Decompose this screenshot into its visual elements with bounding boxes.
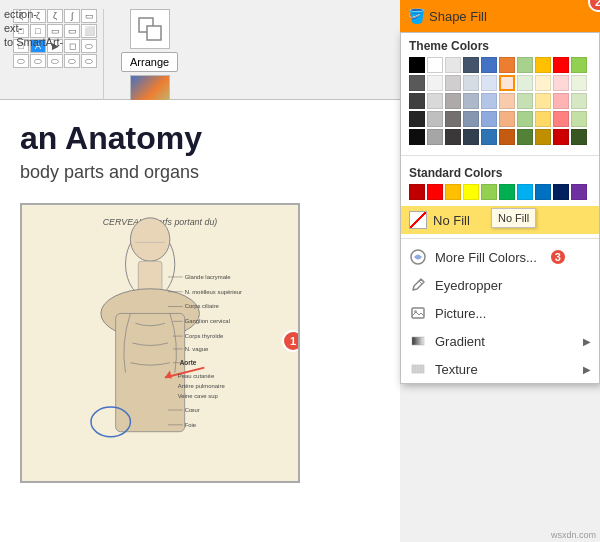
cs[interactable] — [571, 75, 587, 91]
cs[interactable] — [409, 75, 425, 91]
right-panel: 🪣 Shape Fill 2 Theme Colors — [400, 0, 600, 542]
cs[interactable] — [463, 129, 479, 145]
svg-text:Veine cave sup: Veine cave sup — [178, 393, 219, 399]
color-swatch-gold[interactable] — [535, 57, 551, 73]
cs[interactable] — [535, 75, 551, 91]
cs[interactable] — [535, 111, 551, 127]
color-swatch-green[interactable] — [517, 57, 533, 73]
gradient-item[interactable]: Gradient ▶ — [401, 327, 599, 355]
cs[interactable] — [571, 129, 587, 145]
cs[interactable] — [517, 75, 533, 91]
cs[interactable] — [553, 129, 569, 145]
svg-line-35 — [419, 281, 422, 284]
eyedropper-item[interactable]: Eyedropper — [401, 271, 599, 299]
svg-text:Ganglion cervical: Ganglion cervical — [185, 318, 230, 324]
cs-selected[interactable] — [499, 75, 515, 91]
color-swatch-lime[interactable] — [571, 57, 587, 73]
color-swatch-red[interactable] — [553, 57, 569, 73]
cs[interactable] — [481, 75, 497, 91]
std-color[interactable] — [517, 184, 533, 200]
std-color[interactable] — [445, 184, 461, 200]
svg-point-5 — [130, 218, 169, 261]
color-swatch-navy[interactable] — [463, 57, 479, 73]
shape-icon[interactable]: ⬭ — [13, 54, 29, 68]
cs[interactable] — [445, 129, 461, 145]
section-label-1: ection- — [4, 8, 63, 20]
cs[interactable] — [535, 129, 551, 145]
cs[interactable] — [517, 129, 533, 145]
cs[interactable] — [553, 93, 569, 109]
shape-icon[interactable]: ⬭ — [81, 39, 97, 53]
cs[interactable] — [427, 129, 443, 145]
shape-icon[interactable]: ⬭ — [81, 54, 97, 68]
shape-fill-header[interactable]: 🪣 Shape Fill 2 — [400, 0, 600, 32]
cs[interactable] — [535, 93, 551, 109]
cs[interactable] — [445, 75, 461, 91]
picture-icon — [409, 304, 427, 322]
std-color[interactable] — [481, 184, 497, 200]
std-color[interactable] — [571, 184, 587, 200]
color-swatch-black[interactable] — [409, 57, 425, 73]
no-fill-label: No Fill — [433, 213, 470, 228]
cs[interactable] — [481, 93, 497, 109]
std-color[interactable] — [553, 184, 569, 200]
slide-subtitle: body parts and organs — [0, 162, 400, 193]
slide-area: an Anatomy body parts and organs CERVEAU… — [0, 100, 400, 542]
cs[interactable] — [427, 75, 443, 91]
std-color[interactable] — [535, 184, 551, 200]
anatomy-image[interactable]: CERVEAU (Nerfs portant du) — [20, 203, 300, 483]
shape-icon[interactable]: ▭ — [81, 9, 97, 23]
shape-icon[interactable]: ⬭ — [30, 54, 46, 68]
svg-rect-38 — [412, 337, 424, 345]
texture-item[interactable]: Texture ▶ — [401, 355, 599, 383]
color-swatch-orange[interactable] — [499, 57, 515, 73]
dropdown-panel: Theme Colors — [400, 32, 600, 384]
color-swatch-white[interactable] — [427, 57, 443, 73]
cs[interactable] — [481, 129, 497, 145]
gradient-arrow: ▶ — [583, 336, 591, 347]
svg-text:N. moëlleux supérieur: N. moëlleux supérieur — [185, 289, 242, 295]
cs[interactable] — [445, 111, 461, 127]
cs[interactable] — [499, 111, 515, 127]
cs[interactable] — [499, 129, 515, 145]
cs[interactable] — [445, 93, 461, 109]
no-fill-row[interactable]: No Fill No Fill — [401, 206, 599, 234]
cs[interactable] — [553, 111, 569, 127]
divider-2 — [401, 238, 599, 239]
gradient-icon — [409, 332, 427, 350]
picture-item[interactable]: Picture... — [401, 299, 599, 327]
cs[interactable] — [571, 111, 587, 127]
paint-bucket-icon: 🪣 — [408, 8, 425, 24]
cs[interactable] — [571, 93, 587, 109]
color-swatch-lightgray[interactable] — [445, 57, 461, 73]
cs[interactable] — [463, 111, 479, 127]
cs[interactable] — [409, 93, 425, 109]
cs[interactable] — [427, 111, 443, 127]
std-color[interactable] — [463, 184, 479, 200]
section-label-2: ext- — [4, 22, 63, 34]
std-color[interactable] — [409, 184, 425, 200]
std-color[interactable] — [499, 184, 515, 200]
cs[interactable] — [517, 111, 533, 127]
cs[interactable] — [553, 75, 569, 91]
cs[interactable] — [463, 93, 479, 109]
cs[interactable] — [409, 111, 425, 127]
cs[interactable] — [499, 93, 515, 109]
cs[interactable] — [517, 93, 533, 109]
shape-icon[interactable]: ⬜ — [81, 24, 97, 38]
cs[interactable] — [481, 111, 497, 127]
shape-icon[interactable]: ⬭ — [64, 54, 80, 68]
shape-icon[interactable]: ⬭ — [47, 54, 63, 68]
theme-colors-title: Theme Colors — [401, 33, 599, 57]
svg-text:Peau cutanée: Peau cutanée — [178, 373, 215, 379]
cs[interactable] — [463, 75, 479, 91]
std-color[interactable] — [427, 184, 443, 200]
shape-fill-button[interactable]: 🪣 Shape Fill — [408, 8, 592, 24]
arrange-button[interactable]: Arrange — [121, 52, 178, 72]
cs[interactable] — [427, 93, 443, 109]
color-swatch-blue[interactable] — [481, 57, 497, 73]
cs[interactable] — [409, 129, 425, 145]
more-fill-colors-item[interactable]: More Fill Colors... 3 — [401, 243, 599, 271]
arrange-icon — [130, 9, 170, 49]
section-labels: ection- ext- to SmartArt- — [0, 0, 67, 56]
